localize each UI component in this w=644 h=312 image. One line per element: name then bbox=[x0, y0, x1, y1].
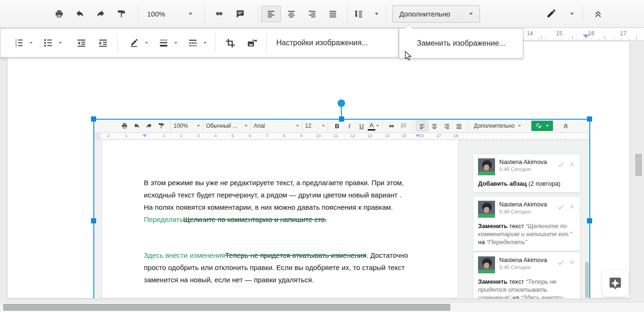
ruler-tick bbox=[541, 36, 542, 39]
comment-actions bbox=[557, 158, 575, 168]
italic-icon: I bbox=[343, 121, 355, 131]
caret-down-icon bbox=[570, 13, 574, 15]
separator bbox=[347, 5, 347, 23]
decrease-indent-button[interactable] bbox=[74, 33, 88, 52]
embedded-size-dropdown: 12 bbox=[305, 123, 325, 129]
editing-mode-dropdown[interactable] bbox=[545, 9, 576, 18]
undo-button[interactable] bbox=[69, 5, 90, 23]
avatar bbox=[478, 256, 495, 273]
comment-meta: Nastena Akimova 5:48 Сегодня bbox=[499, 201, 557, 215]
justify-icon bbox=[453, 121, 465, 131]
embedded-font-dropdown: Arial bbox=[254, 123, 299, 129]
redo-button[interactable] bbox=[90, 5, 111, 23]
comment-header: Nastena Akimova 5:48 Сегодня bbox=[478, 201, 575, 218]
caret-down-icon[interactable] bbox=[59, 42, 62, 44]
avatar bbox=[478, 201, 495, 218]
line-weight-button[interactable] bbox=[157, 33, 171, 52]
comment-meta: Nastena Akimova 5:48 Сегодня bbox=[499, 158, 557, 172]
reject-icon bbox=[569, 161, 575, 167]
embedded-ruler-number: 8 bbox=[281, 133, 288, 138]
vertical-scrollbar-thumb[interactable] bbox=[636, 154, 642, 176]
explore-button[interactable] bbox=[602, 270, 628, 296]
comment-time: 5:45 Сегодня bbox=[499, 264, 557, 271]
comment-author: Nastena Akimova bbox=[499, 158, 557, 166]
horizontal-scrollbar-thumb[interactable] bbox=[3, 304, 450, 311]
paint-format-button[interactable] bbox=[111, 5, 132, 23]
embedded-more-dropdown: Дополнительно bbox=[474, 123, 521, 129]
insert-comment-button[interactable] bbox=[230, 5, 250, 23]
zoom-dropdown[interactable]: 100% bbox=[139, 10, 199, 18]
explore-star-icon bbox=[608, 276, 623, 291]
resize-handle-middle-left[interactable] bbox=[91, 218, 96, 223]
crop-image-button[interactable] bbox=[223, 33, 237, 52]
comment-author: Nastena Akimova bbox=[499, 256, 557, 264]
print-button[interactable] bbox=[49, 5, 69, 23]
resize-handle-top-right[interactable] bbox=[587, 116, 592, 122]
image-options-button[interactable]: Настройки изображения... bbox=[276, 39, 368, 47]
numbered-list-button[interactable] bbox=[12, 33, 26, 52]
embedded-scrollbar-thumb bbox=[585, 262, 589, 298]
comment-body: Добавить абзац (2 повтора) bbox=[478, 180, 575, 188]
text-color-icon: A bbox=[368, 122, 375, 131]
embedded-ruler-number: 4 bbox=[212, 133, 219, 138]
embedded-ruler-number: 1 bbox=[123, 133, 130, 138]
rotation-handle[interactable] bbox=[338, 99, 345, 107]
embedded-ruler-number: 11 bbox=[332, 133, 339, 138]
comment-header: Nastena Akimova 5:45 Сегодня bbox=[478, 256, 575, 273]
caret-down-icon bbox=[376, 125, 379, 127]
embedded-page: В этом режиме вы уже не редактируете тек… bbox=[101, 140, 459, 298]
collapse-toolbar-button[interactable] bbox=[587, 5, 608, 23]
indent-marker[interactable] bbox=[583, 34, 589, 38]
comment-body: Заменить текст “Теперь не придется откат… bbox=[478, 278, 575, 298]
border-dash-button[interactable] bbox=[186, 33, 200, 52]
ruler-number: 15 bbox=[554, 30, 564, 37]
selection-border-right bbox=[589, 119, 590, 298]
align-right-button[interactable] bbox=[302, 5, 322, 23]
line-spacing-dropdown[interactable] bbox=[352, 9, 380, 18]
insert-link-button[interactable] bbox=[209, 5, 230, 23]
caret-down-icon bbox=[245, 125, 248, 127]
paragraph-line: ПеределатьЩелкните по комментарию и напи… bbox=[144, 213, 427, 226]
embedded-ruler-number: 18 bbox=[453, 133, 459, 138]
separator bbox=[413, 121, 413, 131]
border-color-button[interactable] bbox=[127, 33, 141, 52]
embedded-ruler-number: 12 bbox=[349, 133, 356, 138]
caret-down-icon[interactable] bbox=[30, 42, 33, 44]
suggested-deletion: Теперь не придется откатывать изменения bbox=[225, 251, 366, 259]
embedded-ruler-number: 15 bbox=[401, 133, 408, 138]
resize-handle-top-center[interactable] bbox=[339, 116, 344, 122]
caret-down-icon[interactable] bbox=[204, 42, 206, 44]
separator bbox=[468, 121, 468, 131]
replace-image-icon-button[interactable] bbox=[245, 33, 259, 52]
more-button-label: Дополнительно bbox=[399, 10, 450, 18]
align-left-button[interactable] bbox=[261, 6, 281, 22]
resize-handle-middle-right[interactable] bbox=[587, 218, 592, 223]
comment-text: текст bbox=[507, 278, 526, 285]
embedded-ruler-number: 2 bbox=[178, 133, 184, 138]
selected-image[interactable]: 100% Обычный ... Arial 12 B I U A bbox=[94, 119, 590, 298]
redo-icon bbox=[143, 121, 155, 131]
caret-down-icon[interactable] bbox=[145, 42, 148, 44]
separator bbox=[215, 33, 215, 53]
google-docs-window: { "main_toolbar": { "zoom_value": "100%"… bbox=[0, 0, 644, 312]
caret-down-icon bbox=[518, 125, 521, 127]
separator bbox=[250, 121, 251, 131]
more-button[interactable]: Дополнительно bbox=[392, 5, 480, 23]
align-center-button[interactable] bbox=[281, 5, 302, 23]
resize-handle-top-left[interactable] bbox=[91, 116, 96, 122]
ruler-tick bbox=[604, 36, 605, 39]
insert-link-icon bbox=[385, 121, 397, 131]
indent-marker bbox=[415, 134, 420, 137]
embedded-screenshot: 100% Обычный ... Arial 12 B I U A bbox=[94, 119, 590, 298]
caret-down-icon[interactable] bbox=[174, 42, 177, 44]
embedded-ruler-number: 13 bbox=[367, 133, 373, 138]
increase-indent-button[interactable] bbox=[96, 33, 110, 52]
horizontal-scrollbar-track[interactable] bbox=[0, 302, 644, 312]
bulleted-list-button[interactable] bbox=[41, 33, 55, 52]
collapse-toolbar-icon bbox=[560, 121, 572, 131]
replace-image-button[interactable]: Заменить изображение... bbox=[399, 28, 523, 58]
paragraph-line: просто одобрить или отклонить правки. Ес… bbox=[144, 262, 427, 274]
separator bbox=[170, 121, 171, 131]
separator bbox=[382, 121, 382, 131]
justify-button[interactable] bbox=[322, 5, 343, 23]
